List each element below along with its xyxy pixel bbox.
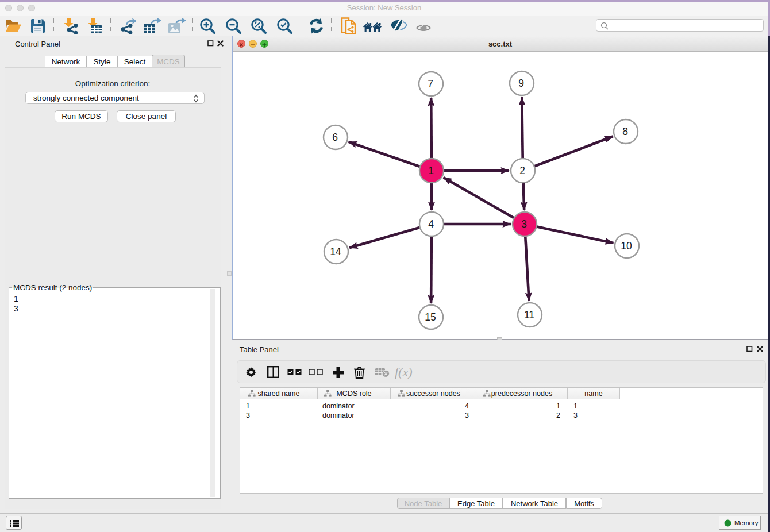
svg-text:3: 3 <box>521 218 527 230</box>
svg-text:15: 15 <box>425 311 436 323</box>
svg-text:1: 1 <box>428 165 434 176</box>
svg-text:10: 10 <box>621 240 632 252</box>
svg-text:9: 9 <box>518 78 524 89</box>
svg-text:7: 7 <box>428 78 433 90</box>
svg-text:6: 6 <box>332 132 338 143</box>
svg-text:14: 14 <box>330 246 341 257</box>
svg-text:11: 11 <box>524 309 534 321</box>
svg-text:8: 8 <box>622 126 628 137</box>
svg-text:4: 4 <box>428 218 434 230</box>
svg-text:2: 2 <box>519 165 525 176</box>
